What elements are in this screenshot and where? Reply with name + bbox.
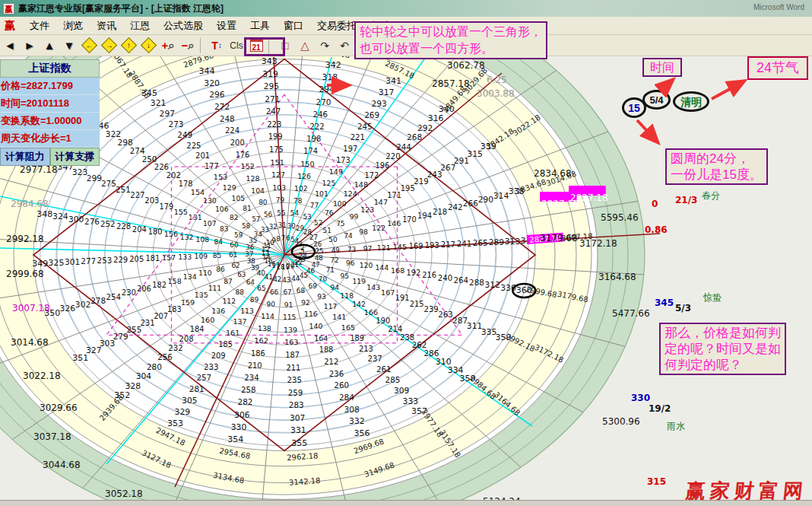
wheel-number: 331 <box>290 425 306 435</box>
wheel-number: 208 <box>179 335 194 343</box>
wheel-number: 288 <box>469 278 484 287</box>
wheel-number: 91 <box>284 301 293 309</box>
wheel-number: 317 <box>379 88 395 97</box>
wheel-number: 233 <box>204 363 218 371</box>
wheel-number: 202 <box>167 171 181 180</box>
wheel-number: 206 <box>137 285 151 293</box>
wheel-number: 162 <box>255 336 268 345</box>
wheel-number: 90 <box>267 301 276 308</box>
wheel-number: 193 <box>425 241 439 250</box>
wheel-number: 170 <box>402 215 417 224</box>
wheel-number: 302 <box>75 300 90 310</box>
wheel-number: 182 <box>152 281 167 289</box>
wheel-number: 168 <box>391 266 404 275</box>
wheel-number: 329 <box>175 407 191 417</box>
wheel-number: 120 <box>360 261 373 269</box>
menu-window[interactable]: 窗口 <box>277 18 310 34</box>
square-tool-icon[interactable]: □ <box>276 37 294 54</box>
prev-arrow-icon[interactable]: ◄ <box>1 37 19 54</box>
menu-browse[interactable]: 浏览 <box>56 18 90 34</box>
wheel-number: 60 <box>230 241 239 249</box>
wheel-number: 81 <box>243 205 252 212</box>
wheel-number: 110 <box>198 269 212 277</box>
wheel-number: 226 <box>154 163 169 171</box>
wheel-number: 154 <box>191 188 205 196</box>
wheel-number: 249 <box>177 130 192 139</box>
wheel-number: 123 <box>360 205 374 214</box>
zoom-in-icon[interactable]: +⌕ <box>159 37 177 54</box>
menu-file[interactable]: 文件 <box>23 18 56 34</box>
wheel-number: 104 <box>251 186 265 195</box>
menu-news[interactable]: 资讯 <box>90 18 123 34</box>
wheel-number: 70 <box>319 275 328 283</box>
calc-support-button[interactable]: 计算支撑 <box>50 148 100 166</box>
wheel-number: 29 <box>296 224 304 232</box>
wheel-number: 326 <box>60 304 76 313</box>
wheel-number: 237 <box>367 355 382 363</box>
rotate-cw-icon[interactable]: ↷ <box>316 37 334 54</box>
wheel-number: 133 <box>178 253 192 261</box>
diamond-up-icon[interactable]: ↑ <box>119 37 138 54</box>
wheel-number: 96 <box>346 259 355 267</box>
wheel-number: 216 <box>422 271 436 279</box>
calendar-icon[interactable]: 21 <box>247 37 265 54</box>
wheel-number: 268 <box>407 132 422 142</box>
outer-price-label: 2827.18 <box>570 193 608 203</box>
wheel-number: 200 <box>230 138 245 147</box>
solar-term-label: 惊蛰 <box>703 292 722 303</box>
wheel-number: 283 <box>289 400 304 409</box>
wheel-number: 230 <box>122 288 136 297</box>
toolbar-separator <box>268 38 273 53</box>
wheel-number: 255 <box>127 325 142 334</box>
cls-button[interactable]: Cls <box>227 37 246 54</box>
wheel-number: 116 <box>304 310 318 318</box>
wheel-number: 348 <box>36 209 52 219</box>
menu-gann[interactable]: 江恩 <box>123 18 157 34</box>
degree-label: 315 <box>647 476 666 487</box>
rotate-ccw-icon[interactable]: ↶ <box>335 37 354 54</box>
diamond-down-icon[interactable]: ↓ <box>139 37 157 54</box>
application-window: { "window": { "title": "赢家江恩专业版[赢家服务平台] … <box>0 0 812 506</box>
wheel-number: 184 <box>190 325 205 333</box>
wheel-number: 320 <box>204 78 220 88</box>
wheel-number: 89 <box>250 296 259 304</box>
wheel-number: 293 <box>371 99 386 109</box>
diamond-right-icon[interactable]: → <box>100 37 118 54</box>
wheel-number: 195 <box>401 184 415 193</box>
diamond-left-icon[interactable]: ← <box>80 37 98 54</box>
wheel-number: 159 <box>181 298 195 307</box>
wheel-number: 108 <box>196 235 210 243</box>
wheel-number: 258 <box>241 385 256 394</box>
wheel-number: 77 <box>310 202 319 209</box>
wheel-number: 305 <box>182 396 197 406</box>
calc-resistance-button[interactable]: 计算阻力 <box>0 148 50 166</box>
wheel-number: 250 <box>142 154 157 164</box>
wheel-number: 164 <box>314 334 328 342</box>
wheel-number: 301 <box>65 257 80 267</box>
wheel-number: 284 <box>339 393 354 402</box>
triangle-tool-icon[interactable]: △ <box>296 37 314 54</box>
down-arrow-icon[interactable]: ▼ <box>60 37 78 54</box>
wheel-number: 261 <box>376 364 392 374</box>
menu-settings[interactable]: 设置 <box>210 18 243 34</box>
outer-price-label: 3037.18 <box>33 431 71 442</box>
wheel-number: 119 <box>352 277 366 285</box>
next-arrow-icon[interactable]: ► <box>21 37 39 54</box>
wheel-number: 239 <box>423 305 438 313</box>
wheel-number: 44 <box>291 275 300 282</box>
up-arrow-icon[interactable]: ▲ <box>40 37 59 54</box>
degree-label: 0 <box>652 199 658 209</box>
time-axis-icon[interactable]: T↕ <box>208 37 226 54</box>
wheel-number: 247 <box>266 107 281 116</box>
wheel-number: 333 <box>403 396 419 406</box>
menu-tools[interactable]: 工具 <box>243 18 277 34</box>
wheel-number: 165 <box>341 323 355 332</box>
wheel-number: 198 <box>306 135 321 143</box>
zoom-out-icon[interactable]: −⌕ <box>179 37 197 54</box>
menu-formula-stockpick[interactable]: 公式选股 <box>157 18 210 34</box>
wheel-number: 148 <box>354 180 368 189</box>
wheel-number: 221 <box>350 133 365 142</box>
wheel-number: 75 <box>336 220 345 228</box>
wheel-number: 8 <box>276 235 280 243</box>
price-row: 价格=2827.1799 <box>0 78 100 95</box>
